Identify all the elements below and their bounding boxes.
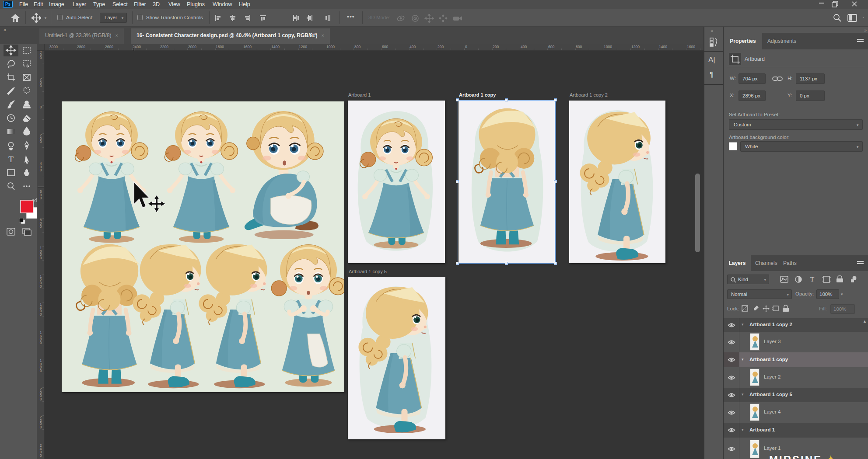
svg-text:T: T <box>8 155 14 164</box>
svg-text:T: T <box>810 276 814 283</box>
